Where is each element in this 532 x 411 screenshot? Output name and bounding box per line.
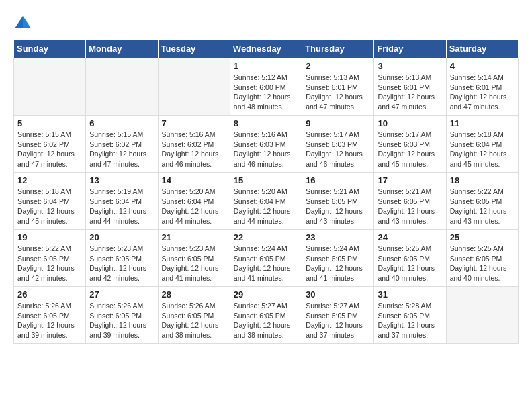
day-number: 9: [306, 118, 370, 128]
day-info: Sunrise: 5:25 AMSunset: 6:05 PMDaylight:…: [450, 244, 515, 283]
calendar-week-row: 12Sunrise: 5:18 AMSunset: 6:04 PMDayligh…: [14, 173, 519, 230]
day-info: Sunrise: 5:13 AMSunset: 6:01 PMDaylight:…: [378, 73, 442, 112]
day-info: Sunrise: 5:17 AMSunset: 6:03 PMDaylight:…: [306, 130, 370, 169]
calendar-cell: 2Sunrise: 5:13 AMSunset: 6:01 PMDaylight…: [302, 58, 374, 116]
calendar-cell: 30Sunrise: 5:27 AMSunset: 6:05 PMDayligh…: [302, 287, 374, 344]
calendar-week-row: 1Sunrise: 5:12 AMSunset: 6:00 PMDaylight…: [14, 58, 519, 116]
calendar-cell: 3Sunrise: 5:13 AMSunset: 6:01 PMDaylight…: [374, 58, 446, 116]
page-header: [13, 13, 519, 32]
calendar-cell: 31Sunrise: 5:28 AMSunset: 6:05 PMDayligh…: [374, 287, 446, 344]
day-number: 26: [17, 289, 82, 300]
day-info: Sunrise: 5:24 AMSunset: 6:05 PMDaylight:…: [234, 244, 298, 283]
calendar-table: SundayMondayTuesdayWednesdayThursdayFrid…: [13, 39, 519, 344]
calendar-cell: 16Sunrise: 5:21 AMSunset: 6:05 PMDayligh…: [302, 173, 374, 230]
logo-icon: [13, 13, 32, 32]
day-number: 14: [162, 175, 226, 185]
weekday-header: Saturday: [446, 40, 518, 58]
day-info: Sunrise: 5:23 AMSunset: 6:05 PMDaylight:…: [162, 244, 226, 283]
weekday-header: Thursday: [302, 40, 374, 58]
day-info: Sunrise: 5:22 AMSunset: 6:05 PMDaylight:…: [17, 244, 82, 283]
day-number: 24: [378, 232, 442, 242]
calendar-cell: [158, 58, 230, 116]
day-number: 29: [234, 289, 298, 300]
day-info: Sunrise: 5:27 AMSunset: 6:05 PMDaylight:…: [306, 301, 370, 340]
weekday-header: Tuesday: [158, 40, 230, 58]
calendar-cell: 28Sunrise: 5:26 AMSunset: 6:05 PMDayligh…: [158, 287, 230, 344]
calendar-cell: 18Sunrise: 5:22 AMSunset: 6:05 PMDayligh…: [446, 173, 518, 230]
calendar-cell: 11Sunrise: 5:18 AMSunset: 6:04 PMDayligh…: [446, 116, 518, 173]
day-number: 6: [89, 118, 154, 128]
day-number: 21: [162, 232, 226, 242]
day-number: 20: [89, 232, 154, 242]
calendar-cell: 14Sunrise: 5:20 AMSunset: 6:04 PMDayligh…: [158, 173, 230, 230]
calendar-cell: 17Sunrise: 5:21 AMSunset: 6:05 PMDayligh…: [374, 173, 446, 230]
weekday-header: Sunday: [14, 40, 86, 58]
logo: [13, 13, 35, 32]
day-info: Sunrise: 5:28 AMSunset: 6:05 PMDaylight:…: [378, 301, 442, 340]
day-number: 10: [378, 118, 442, 128]
day-info: Sunrise: 5:21 AMSunset: 6:05 PMDaylight:…: [378, 187, 442, 226]
weekday-header: Friday: [374, 40, 446, 58]
day-info: Sunrise: 5:26 AMSunset: 6:05 PMDaylight:…: [17, 301, 82, 340]
calendar-cell: 26Sunrise: 5:26 AMSunset: 6:05 PMDayligh…: [14, 287, 86, 344]
calendar-cell: 22Sunrise: 5:24 AMSunset: 6:05 PMDayligh…: [230, 230, 302, 287]
calendar-week-row: 26Sunrise: 5:26 AMSunset: 6:05 PMDayligh…: [14, 287, 519, 344]
day-number: 22: [234, 232, 298, 242]
calendar-cell: 12Sunrise: 5:18 AMSunset: 6:04 PMDayligh…: [14, 173, 86, 230]
calendar-cell: 13Sunrise: 5:19 AMSunset: 6:04 PMDayligh…: [86, 173, 158, 230]
calendar-cell: 10Sunrise: 5:17 AMSunset: 6:03 PMDayligh…: [374, 116, 446, 173]
day-number: 15: [234, 175, 298, 185]
day-info: Sunrise: 5:15 AMSunset: 6:02 PMDaylight:…: [17, 130, 82, 169]
day-number: 2: [306, 61, 370, 71]
day-info: Sunrise: 5:20 AMSunset: 6:04 PMDaylight:…: [234, 187, 298, 226]
calendar-cell: 29Sunrise: 5:27 AMSunset: 6:05 PMDayligh…: [230, 287, 302, 344]
day-number: 18: [450, 175, 515, 185]
day-info: Sunrise: 5:16 AMSunset: 6:03 PMDaylight:…: [234, 130, 298, 169]
calendar-cell: 6Sunrise: 5:15 AMSunset: 6:02 PMDaylight…: [86, 116, 158, 173]
calendar-cell: 27Sunrise: 5:26 AMSunset: 6:05 PMDayligh…: [86, 287, 158, 344]
calendar-cell: 15Sunrise: 5:20 AMSunset: 6:04 PMDayligh…: [230, 173, 302, 230]
day-number: 27: [89, 289, 154, 300]
calendar-week-row: 19Sunrise: 5:22 AMSunset: 6:05 PMDayligh…: [14, 230, 519, 287]
calendar-cell: [86, 58, 158, 116]
svg-marker-1: [23, 16, 31, 28]
day-info: Sunrise: 5:18 AMSunset: 6:04 PMDaylight:…: [450, 130, 515, 169]
day-number: 11: [450, 118, 515, 128]
day-number: 13: [89, 175, 154, 185]
calendar-cell: 5Sunrise: 5:15 AMSunset: 6:02 PMDaylight…: [14, 116, 86, 173]
day-number: 30: [306, 289, 370, 300]
calendar-week-row: 5Sunrise: 5:15 AMSunset: 6:02 PMDaylight…: [14, 116, 519, 173]
calendar-cell: 4Sunrise: 5:14 AMSunset: 6:01 PMDaylight…: [446, 58, 518, 116]
day-info: Sunrise: 5:14 AMSunset: 6:01 PMDaylight:…: [450, 73, 515, 112]
day-number: 16: [306, 175, 370, 185]
day-info: Sunrise: 5:20 AMSunset: 6:04 PMDaylight:…: [162, 187, 226, 226]
day-number: 25: [450, 232, 515, 242]
day-info: Sunrise: 5:16 AMSunset: 6:02 PMDaylight:…: [162, 130, 226, 169]
day-number: 4: [450, 61, 515, 71]
day-number: 12: [17, 175, 82, 185]
day-number: 1: [234, 61, 298, 71]
day-info: Sunrise: 5:22 AMSunset: 6:05 PMDaylight:…: [450, 187, 515, 226]
calendar-cell: 1Sunrise: 5:12 AMSunset: 6:00 PMDaylight…: [230, 58, 302, 116]
day-number: 17: [378, 175, 442, 185]
day-info: Sunrise: 5:18 AMSunset: 6:04 PMDaylight:…: [17, 187, 82, 226]
day-info: Sunrise: 5:13 AMSunset: 6:01 PMDaylight:…: [306, 73, 370, 112]
calendar-cell: [14, 58, 86, 116]
weekday-header: Wednesday: [230, 40, 302, 58]
weekday-header: Monday: [86, 40, 158, 58]
day-info: Sunrise: 5:26 AMSunset: 6:05 PMDaylight:…: [162, 301, 226, 340]
calendar-cell: 20Sunrise: 5:23 AMSunset: 6:05 PMDayligh…: [86, 230, 158, 287]
day-info: Sunrise: 5:12 AMSunset: 6:00 PMDaylight:…: [234, 73, 298, 112]
day-number: 5: [17, 118, 82, 128]
day-info: Sunrise: 5:23 AMSunset: 6:05 PMDaylight:…: [89, 244, 154, 283]
calendar-cell: [446, 287, 518, 344]
day-number: 7: [162, 118, 226, 128]
calendar-cell: 25Sunrise: 5:25 AMSunset: 6:05 PMDayligh…: [446, 230, 518, 287]
calendar-cell: 21Sunrise: 5:23 AMSunset: 6:05 PMDayligh…: [158, 230, 230, 287]
day-info: Sunrise: 5:21 AMSunset: 6:05 PMDaylight:…: [306, 187, 370, 226]
calendar-cell: 8Sunrise: 5:16 AMSunset: 6:03 PMDaylight…: [230, 116, 302, 173]
day-info: Sunrise: 5:27 AMSunset: 6:05 PMDaylight:…: [234, 301, 298, 340]
calendar-cell: 23Sunrise: 5:24 AMSunset: 6:05 PMDayligh…: [302, 230, 374, 287]
day-info: Sunrise: 5:26 AMSunset: 6:05 PMDaylight:…: [89, 301, 154, 340]
calendar-cell: 7Sunrise: 5:16 AMSunset: 6:02 PMDaylight…: [158, 116, 230, 173]
